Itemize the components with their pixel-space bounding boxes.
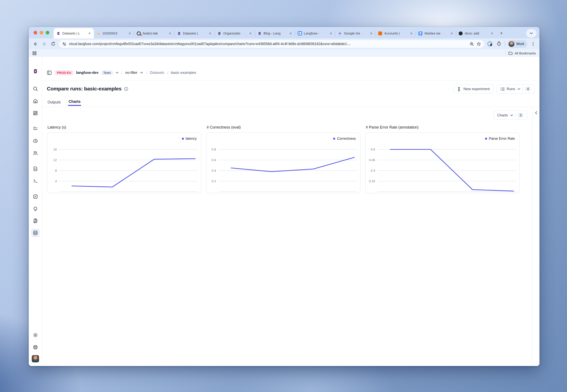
close-tab-icon[interactable]: ✕ xyxy=(329,31,333,35)
legend-dot xyxy=(333,138,335,140)
browser-tab[interactable]: Blog - Lang✕ xyxy=(255,28,295,38)
browser-menu-icon[interactable] xyxy=(530,41,537,47)
charts-dropdown-button[interactable]: Charts 3 xyxy=(494,111,527,120)
chart-legend: Parse Error Rate xyxy=(485,137,515,140)
info-icon[interactable] xyxy=(124,87,128,91)
reload-button[interactable] xyxy=(50,41,57,47)
page-tabs: Outputs Charts xyxy=(42,97,539,107)
chevron-down-icon xyxy=(529,32,533,34)
bookmarks-divider xyxy=(505,51,506,55)
line-chart[interactable]: 0.20.40.60.8 xyxy=(206,133,360,193)
breadcrumb-datasets[interactable]: Datasets xyxy=(150,70,164,75)
sidebar-item-tracing[interactable] xyxy=(31,125,40,133)
browser-tab[interactable]: ∞20250923✕ xyxy=(94,28,134,38)
folder-icon xyxy=(508,51,512,55)
profile-chip[interactable]: Work xyxy=(508,40,527,48)
sidebar-item-users[interactable] xyxy=(31,149,40,157)
zoom-page-icon[interactable] xyxy=(470,42,474,46)
new-experiment-label: New experiment xyxy=(464,87,490,91)
tab-label: Blog - Lang xyxy=(264,31,287,35)
window-controls xyxy=(34,27,49,38)
sidebar-item-insights[interactable] xyxy=(31,204,40,213)
address-bar[interactable]: cloud.langfuse.com/project/cmfwgv8fx002o… xyxy=(59,40,484,48)
sidebar-item-annotation-queues[interactable] xyxy=(31,217,40,225)
langfuse-favicon xyxy=(56,31,60,36)
sidebar-item-search[interactable] xyxy=(31,85,40,93)
browser-tabs: Datasets | L✕∞20250923✕✕feat(io-tab✕Data… xyxy=(54,27,496,38)
sidebar-item-settings[interactable] xyxy=(31,331,40,339)
browser-tab[interactable]: Marlies we✕ xyxy=(416,28,456,38)
page-actions: New experiment Runs 4 xyxy=(454,84,535,94)
user-avatar[interactable] xyxy=(32,355,39,362)
tab-label: Datasets | L xyxy=(62,31,86,35)
browser-tab[interactable]: 6Langfuse -✕ xyxy=(295,28,335,38)
browser-toolbar: cloud.langfuse.com/project/cmfwgv8fx002o… xyxy=(29,38,539,49)
tab-outputs[interactable]: Outputs xyxy=(47,97,61,106)
sidebar-item-datasets[interactable] xyxy=(31,229,40,237)
browser-tab[interactable]: Organizatio✕ xyxy=(214,28,255,38)
charts-row: Latency (s) 481216 latency xyxy=(47,125,527,193)
browser-tab[interactable]: ✕feat(io-tab✕ xyxy=(134,28,174,38)
line-chart[interactable]: 481216 xyxy=(47,133,201,193)
tab-search-button[interactable] xyxy=(526,29,537,38)
charts-dropdown-label: Charts xyxy=(497,113,508,117)
breadcrumb-separator: / xyxy=(121,70,123,75)
browser-tab[interactable]: Datasets | L✕ xyxy=(54,28,94,38)
bookmark-star-icon[interactable] xyxy=(477,42,481,46)
url-text[interactable]: cloud.langfuse.com/project/cmfwgv8fx002o… xyxy=(69,42,467,46)
env-badge: PROD-EU xyxy=(55,70,73,75)
password-manager-icon[interactable] xyxy=(487,41,493,47)
breadcrumb-dataset-name[interactable]: basic-examples xyxy=(171,70,196,75)
site-settings-icon[interactable] xyxy=(62,42,67,46)
project-name[interactable]: no-filter xyxy=(125,70,137,75)
sidebar-toggle-icon[interactable] xyxy=(47,70,52,75)
browser-tab[interactable]: docs: add✕ xyxy=(456,28,496,38)
content-wrap: Charts 3 Latency (s) 481216 xyxy=(42,107,539,366)
new-experiment-button[interactable]: New experiment xyxy=(454,84,493,94)
close-tab-icon[interactable]: ✕ xyxy=(128,31,132,35)
sidebar-item-support[interactable] xyxy=(31,343,40,351)
new-tab-button[interactable]: + xyxy=(497,29,505,37)
browser-tab[interactable]: Google Ge✕ xyxy=(335,28,375,38)
bookmarks-bar: All Bookmarks xyxy=(29,49,539,57)
extensions-puzzle-icon[interactable] xyxy=(496,41,502,47)
browser-tab[interactable]: Accounts |✕ xyxy=(375,28,416,38)
langfuse-logo-icon[interactable] xyxy=(32,69,39,75)
apps-grid-icon[interactable] xyxy=(32,51,37,55)
close-tab-icon[interactable]: ✕ xyxy=(249,31,252,35)
all-bookmarks[interactable]: All Bookmarks xyxy=(505,51,536,55)
runs-button[interactable]: Runs 4 xyxy=(496,84,535,94)
close-tab-icon[interactable]: ✕ xyxy=(88,31,91,35)
sidebar-item-home[interactable] xyxy=(31,97,40,105)
line-chart[interactable]: 0.150.30.450.6 xyxy=(366,133,519,193)
close-tab-icon[interactable]: ✕ xyxy=(168,31,172,35)
langfuse-app: PROD-EU langfuse-dev Team / no-filter / … xyxy=(29,57,539,366)
forward-button[interactable] xyxy=(41,41,47,47)
chevron-down-icon[interactable] xyxy=(115,71,119,74)
charts-content: Charts 3 Latency (s) 481216 xyxy=(42,107,532,366)
minimize-window-button[interactable] xyxy=(40,31,43,34)
close-window-button[interactable] xyxy=(34,31,37,34)
close-tab-icon[interactable]: ✕ xyxy=(410,31,413,35)
sidebar-item-dashboards[interactable] xyxy=(31,109,40,117)
collapse-panel-icon[interactable] xyxy=(535,111,538,115)
close-tab-icon[interactable]: ✕ xyxy=(208,31,212,35)
browser-tab[interactable]: Datasets |✕ xyxy=(174,28,214,38)
close-tab-icon[interactable]: ✕ xyxy=(450,31,454,35)
close-tab-icon[interactable]: ✕ xyxy=(369,31,373,35)
button-divider xyxy=(522,86,523,91)
close-tab-icon[interactable]: ✕ xyxy=(289,31,293,35)
close-tab-icon[interactable]: ✕ xyxy=(490,31,494,35)
svg-text:4: 4 xyxy=(55,179,57,183)
sidebar-item-evaluators[interactable] xyxy=(31,192,40,201)
back-button[interactable] xyxy=(32,41,38,47)
chevron-down-icon xyxy=(517,88,520,90)
chevron-down-icon[interactable] xyxy=(140,71,143,74)
sidebar-item-playground[interactable] xyxy=(31,177,40,185)
org-name[interactable]: langfuse-dev xyxy=(76,70,99,75)
sidebar-item-prompts[interactable] xyxy=(31,165,40,173)
zoom-window-button[interactable] xyxy=(46,31,49,34)
sidebar-item-sessions[interactable] xyxy=(31,137,40,145)
chart-latency: Latency (s) 481216 latency xyxy=(47,125,201,193)
tab-charts[interactable]: Charts xyxy=(68,97,81,106)
